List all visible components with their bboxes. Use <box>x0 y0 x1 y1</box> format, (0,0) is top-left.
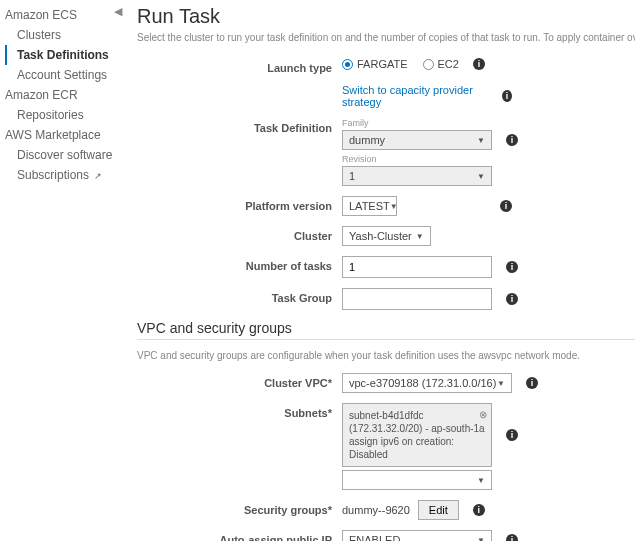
chevron-down-icon: ▼ <box>477 536 485 542</box>
subnet-ipv6: assign ipv6 on creation: Disabled <box>349 435 485 461</box>
divider <box>137 339 635 340</box>
number-of-tasks-input[interactable] <box>342 256 492 278</box>
label-auto-assign-ip: Auto-assign public IP <box>137 530 342 541</box>
sidebar-collapse-icon[interactable]: ◀ <box>114 5 122 18</box>
select-value: dummy <box>349 134 385 146</box>
auto-assign-ip-select[interactable]: ENABLED ▼ <box>342 530 492 541</box>
subnet-detail: (172.31.32.0/20) - ap-south-1a <box>349 422 485 435</box>
nav-group-marketplace: AWS Marketplace <box>5 125 125 145</box>
label-subnets: Subnets* <box>137 403 342 419</box>
radio-dot-icon <box>423 59 434 70</box>
info-icon[interactable]: i <box>506 534 518 541</box>
task-family-select[interactable]: dummy ▼ <box>342 130 492 150</box>
label-launch-type: Launch type <box>137 58 342 74</box>
sidebar-item-account-settings[interactable]: Account Settings <box>5 65 125 85</box>
sidebar-item-clusters[interactable]: Clusters <box>5 25 125 45</box>
info-icon[interactable]: i <box>506 134 518 146</box>
subnet-selected-box: ⊗ subnet-b4d1dfdc (172.31.32.0/20) - ap-… <box>342 403 492 467</box>
external-link-icon: ↗ <box>94 171 102 181</box>
capacity-provider-link[interactable]: Switch to capacity provider strategy <box>342 84 488 108</box>
radio-fargate[interactable]: FARGATE <box>342 58 408 70</box>
radio-label: FARGATE <box>357 58 408 70</box>
label-number-of-tasks: Number of tasks <box>137 256 342 272</box>
nav-group-ecs: Amazon ECS <box>5 5 125 25</box>
page-description: Select the cluster to run your task defi… <box>137 32 635 43</box>
sidebar-item-task-definitions[interactable]: Task Definitions <box>5 45 125 65</box>
radio-ec2[interactable]: EC2 <box>423 58 459 70</box>
info-icon[interactable]: i <box>473 58 485 70</box>
subnet-add-select[interactable]: ▼ <box>342 470 492 490</box>
chevron-down-icon: ▼ <box>497 379 505 388</box>
launch-type-radio-group: FARGATE EC2 <box>342 58 459 70</box>
edit-security-group-button[interactable]: Edit <box>418 500 459 520</box>
main-content: Run Task Select the cluster to run your … <box>125 0 635 541</box>
label-task-definition: Task Definition <box>137 118 342 134</box>
info-icon[interactable]: i <box>473 504 485 516</box>
subnet-id: subnet-b4d1dfdc <box>349 409 485 422</box>
chevron-down-icon: ▼ <box>477 136 485 145</box>
select-value: Yash-Cluster <box>349 230 412 242</box>
select-value: 1 <box>349 170 355 182</box>
sidebar: ◀ Amazon ECS Clusters Task Definitions A… <box>0 0 125 541</box>
label-platform-version: Platform version <box>137 196 342 212</box>
select-value: ENABLED <box>349 534 400 541</box>
chevron-down-icon: ▼ <box>416 232 424 241</box>
info-icon[interactable]: i <box>506 293 518 305</box>
radio-label: EC2 <box>438 58 459 70</box>
label-cluster-vpc: Cluster VPC* <box>137 373 342 389</box>
page-title: Run Task <box>137 5 635 28</box>
chevron-down-icon: ▼ <box>390 202 398 211</box>
cluster-select[interactable]: Yash-Cluster ▼ <box>342 226 431 246</box>
cluster-vpc-select[interactable]: vpc-e3709188 (172.31.0.0/16) | Default .… <box>342 373 512 393</box>
section-desc-vpc: VPC and security groups are configurable… <box>137 350 635 361</box>
label-security-groups: Security groups* <box>137 500 342 516</box>
sublabel-revision: Revision <box>342 154 518 164</box>
nav-group-ecr: Amazon ECR <box>5 85 125 105</box>
sublabel-family: Family <box>342 118 518 128</box>
task-group-input[interactable] <box>342 288 492 310</box>
label-task-group: Task Group <box>137 288 342 304</box>
chevron-down-icon: ▼ <box>477 172 485 181</box>
sidebar-item-discover-software[interactable]: Discover software <box>5 145 125 165</box>
remove-subnet-icon[interactable]: ⊗ <box>479 408 487 421</box>
label-cluster: Cluster <box>137 226 342 242</box>
sidebar-item-subscriptions[interactable]: Subscriptions ↗ <box>5 165 125 185</box>
info-icon[interactable]: i <box>526 377 538 389</box>
select-value: LATEST <box>349 200 390 212</box>
section-title-vpc: VPC and security groups <box>137 320 635 336</box>
info-icon[interactable]: i <box>500 200 512 212</box>
radio-dot-icon <box>342 59 353 70</box>
platform-version-select[interactable]: LATEST ▼ <box>342 196 397 216</box>
info-icon[interactable]: i <box>502 90 512 102</box>
sidebar-item-label: Subscriptions <box>17 168 89 182</box>
chevron-down-icon: ▼ <box>477 476 485 485</box>
task-revision-select[interactable]: 1 ▼ <box>342 166 492 186</box>
security-group-value: dummy--9620 <box>342 504 410 516</box>
sidebar-item-repositories[interactable]: Repositories <box>5 105 125 125</box>
info-icon[interactable]: i <box>506 261 518 273</box>
info-icon[interactable]: i <box>506 429 518 441</box>
select-value: vpc-e3709188 (172.31.0.0/16) | Default .… <box>349 377 497 389</box>
